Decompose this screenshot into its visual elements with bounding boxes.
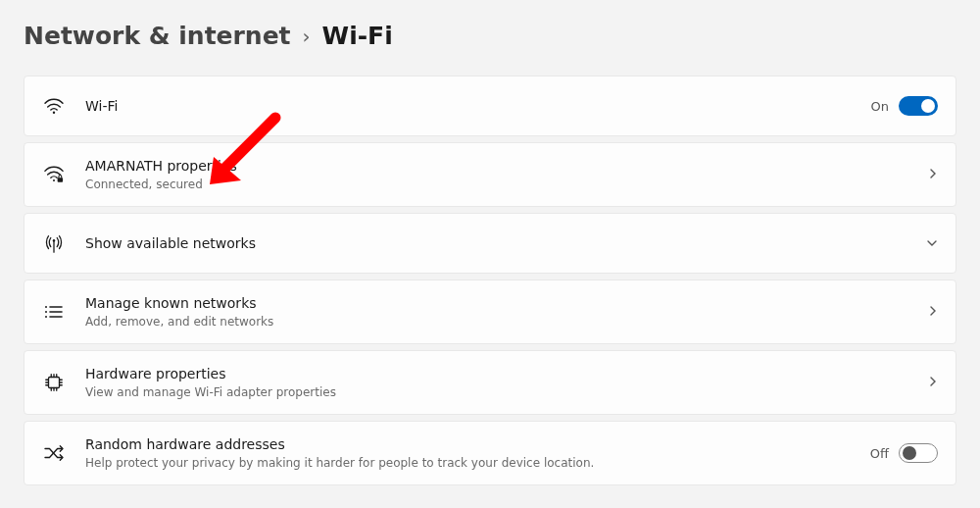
breadcrumb: Network & internet › Wi-Fi [24, 22, 956, 50]
wifi-icon [42, 97, 66, 115]
svg-point-1 [53, 179, 55, 181]
shuffle-icon [42, 444, 66, 462]
chevron-right-icon [928, 375, 938, 390]
hardware-properties-row[interactable]: Hardware properties View and manage Wi-F… [24, 350, 956, 415]
svg-point-4 [53, 239, 55, 241]
antenna-icon [42, 232, 66, 254]
wifi-secured-icon [42, 165, 66, 184]
hardware-properties-title: Hardware properties [85, 365, 908, 383]
show-networks-title: Show available networks [85, 234, 906, 253]
network-properties-row[interactable]: AMARNATH properties Connected, secured [24, 142, 956, 207]
random-mac-title: Random hardware addresses [85, 435, 851, 454]
breadcrumb-current: Wi-Fi [322, 22, 393, 50]
random-mac-toggle[interactable] [899, 443, 938, 463]
manage-networks-row[interactable]: Manage known networks Add, remove, and e… [24, 279, 956, 344]
svg-point-9 [45, 316, 47, 318]
random-mac-row[interactable]: Random hardware addresses Help protect y… [24, 421, 956, 485]
svg-rect-2 [58, 178, 63, 182]
network-properties-title: AMARNATH properties [85, 157, 908, 176]
wifi-title: Wi-Fi [85, 97, 852, 116]
chevron-right-icon [928, 304, 938, 320]
random-mac-state-label: Off [870, 446, 889, 461]
breadcrumb-parent[interactable]: Network & internet [24, 22, 291, 50]
wifi-toggle[interactable] [899, 96, 938, 116]
random-mac-sub: Help protect your privacy by making it h… [85, 455, 851, 471]
wifi-toggle-row[interactable]: Wi-Fi On [24, 76, 956, 136]
list-icon [42, 304, 66, 320]
wifi-state-label: On [871, 99, 889, 114]
chip-icon [42, 372, 66, 393]
manage-networks-sub: Add, remove, and edit networks [85, 314, 908, 330]
chevron-down-icon [926, 235, 938, 251]
svg-rect-11 [49, 378, 60, 388]
svg-point-0 [53, 112, 55, 114]
manage-networks-title: Manage known networks [85, 294, 908, 313]
show-networks-row[interactable]: Show available networks [24, 213, 956, 274]
network-properties-sub: Connected, secured [85, 177, 908, 192]
svg-point-5 [45, 306, 47, 308]
chevron-right-icon: › [303, 25, 311, 48]
hardware-properties-sub: View and manage Wi-Fi adapter properties [85, 384, 908, 400]
chevron-right-icon [928, 167, 938, 182]
svg-point-7 [45, 311, 47, 313]
